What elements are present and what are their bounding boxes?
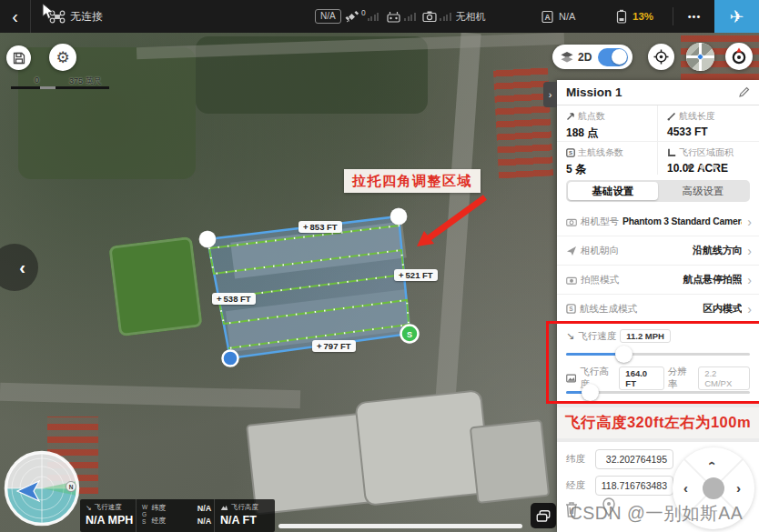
save-button[interactable] xyxy=(6,45,31,70)
route-mode-icon: S xyxy=(566,304,576,314)
settings-rows: 相机型号 Phantom 3 Standard Camera › 相机朝向 沿航… xyxy=(557,207,759,324)
tab-basic-settings[interactable]: 基础设置 xyxy=(568,182,658,200)
camera-icon xyxy=(422,11,437,22)
signal-badge: N/A xyxy=(315,0,341,33)
more-icon: ••• xyxy=(688,11,702,22)
longitude-input[interactable]: 118.716763483 xyxy=(595,476,673,496)
battery-status: 13% xyxy=(615,0,653,33)
edge-length-right: +521 FT xyxy=(394,269,438,281)
telemetry-altitude: 飞行高度 N/A FT xyxy=(215,499,275,532)
satellite-icon xyxy=(345,10,359,23)
watermark: CSDN @一别如斯AA xyxy=(553,501,759,526)
chevron-right-icon: › xyxy=(747,215,752,229)
speed-slider[interactable] xyxy=(566,353,750,356)
route-length-icon xyxy=(667,112,676,121)
photo-mode-icon xyxy=(566,276,577,285)
north-badge: N xyxy=(66,482,76,492)
flight-mode-status: A N/A xyxy=(541,0,575,33)
compass-reset-button[interactable] xyxy=(725,43,753,70)
edge-length-left: +538 FT xyxy=(212,293,256,305)
speed-slider-row: ↘ 飞行速度 11.2 MPH xyxy=(557,329,759,343)
mode-label: 2D xyxy=(578,51,592,64)
annotation-note: 飞行高度320ft左右为100m xyxy=(557,407,759,438)
annotation-tip: 拉托四角调整区域 xyxy=(344,169,481,193)
plus-icon: + xyxy=(217,294,222,304)
chevron-right-icon: › xyxy=(747,302,752,316)
speed-slider-knob[interactable] xyxy=(615,346,632,363)
start-flight-button[interactable]: ✈ xyxy=(714,0,759,33)
compass-icon xyxy=(730,47,748,65)
attitude-compass[interactable]: N xyxy=(4,450,80,527)
gear-icon: ⚙ xyxy=(56,48,69,67)
stat-route-length: 航线长度 4533 FT xyxy=(658,105,759,142)
target-icon xyxy=(653,49,669,65)
divider xyxy=(673,7,673,25)
layers-icon xyxy=(561,51,573,64)
svg-text:S: S xyxy=(569,306,573,312)
map-large-building3 xyxy=(470,419,550,504)
scale-zero-label: 0 xyxy=(35,75,39,85)
telemetry-bar: ↘飞行速度 N/A MPH WGS 纬度N/A 经度N/A 飞行高度 N/A F… xyxy=(80,499,275,532)
resolution-value: 2.2 CM/PX xyxy=(698,366,750,390)
chevron-right-icon: › xyxy=(747,273,752,287)
camera-signal-bars xyxy=(440,12,451,21)
main-lines-icon: S xyxy=(566,148,575,157)
status-top-bar: ‹ 无连接 N/A 0 xyxy=(0,0,759,33)
setting-photo-mode[interactable]: 拍照模式 航点悬停拍照 › xyxy=(557,266,759,295)
gps-signal-bars xyxy=(368,12,380,21)
rc-signal-bars xyxy=(404,12,416,21)
setting-route-mode[interactable]: S 航线生成模式 区内模式 › xyxy=(557,295,759,324)
area-ruler-icon xyxy=(667,148,676,157)
stat-area: 飞行区域面积 10.02 ACRE xyxy=(658,142,759,178)
speed-arrow-icon: ↘ xyxy=(566,330,574,342)
camera-icon xyxy=(566,217,577,226)
edit-pencil-icon[interactable] xyxy=(738,86,750,98)
altitude-slider[interactable] xyxy=(566,391,750,394)
latitude-input[interactable]: 32.202764195 xyxy=(595,449,673,469)
more-button[interactable]: ••• xyxy=(681,0,708,33)
mission-stats: 航点数 188 点 航线长度 4533 FT S主航线条数 5 条 飞行区域面积… xyxy=(557,105,759,175)
map-mode-toggle[interactable]: 2D xyxy=(552,45,632,69)
setting-camera-model[interactable]: 相机型号 Phantom 3 Standard Camera › xyxy=(557,207,759,236)
remote-controller-icon xyxy=(386,10,401,23)
media-button[interactable] xyxy=(531,503,556,528)
app-screen: S +853 FT +521 FT +538 FT +797 FT 拉托四角调整… xyxy=(0,0,759,532)
edge-length-top: +853 FT xyxy=(299,221,342,233)
nudge-right-button[interactable]: › xyxy=(736,481,741,495)
plus-icon: + xyxy=(303,222,309,232)
locate-button[interactable] xyxy=(648,44,674,70)
mouse-cursor xyxy=(42,3,56,20)
settings-button[interactable]: ⚙ xyxy=(49,44,76,71)
home-indicator[interactable] xyxy=(278,524,522,528)
svg-text:N: N xyxy=(69,484,74,490)
connection-status: 无连接 xyxy=(49,0,103,33)
plus-icon: + xyxy=(317,341,322,351)
tab-advanced-settings[interactable]: 高级设置 xyxy=(658,182,748,200)
heading-icon xyxy=(566,246,577,256)
mode-switch[interactable] xyxy=(598,48,628,66)
mission-title: Mission 1 xyxy=(566,85,738,99)
back-button[interactable]: ‹ xyxy=(0,0,31,33)
plus-icon: + xyxy=(399,270,404,280)
stat-waypoints: 航点数 188 点 xyxy=(557,105,658,142)
settings-tabs: 基础设置 高级设置 xyxy=(557,175,759,207)
altitude-slider-knob[interactable] xyxy=(582,384,599,401)
dpad-center[interactable] xyxy=(703,477,724,499)
checklist-icon: A xyxy=(541,10,554,24)
stats-page-dots[interactable] xyxy=(687,165,717,169)
mission-header: Mission 1 xyxy=(557,80,759,105)
save-icon xyxy=(13,52,25,65)
nudge-left-button[interactable]: ‹ xyxy=(683,481,688,495)
altitude-icon xyxy=(220,504,228,511)
nudge-up-button[interactable]: › xyxy=(703,461,717,466)
minimap-button[interactable] xyxy=(686,43,714,71)
telemetry-coords: WGS 纬度N/A 经度N/A xyxy=(137,499,215,532)
airplane-icon: ✈ xyxy=(730,6,744,27)
minimap-preview xyxy=(686,43,714,71)
setting-camera-heading[interactable]: 相机朝向 沿航线方向 › xyxy=(557,236,759,266)
panel-collapse-tab[interactable]: › xyxy=(543,82,557,107)
battery-icon xyxy=(615,9,628,24)
waypoint-icon xyxy=(566,112,575,121)
wgs-label: WGS xyxy=(142,504,147,532)
chevron-right-icon: › xyxy=(747,244,752,258)
